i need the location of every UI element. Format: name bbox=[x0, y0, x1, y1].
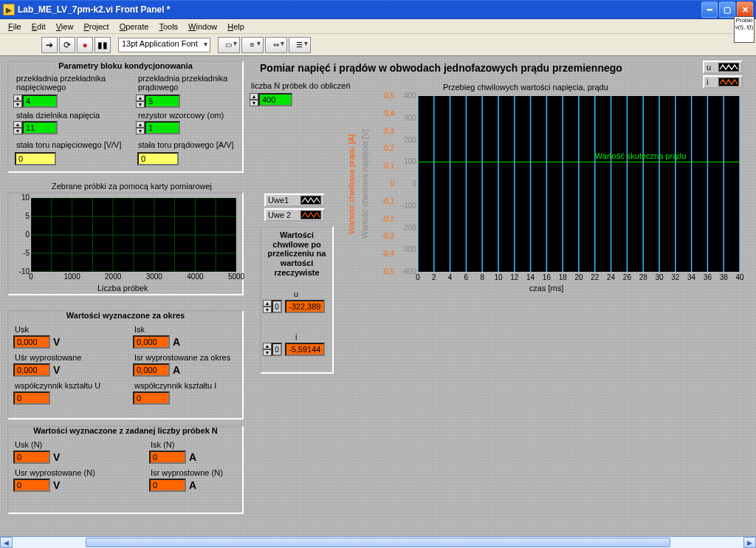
label-ku: współczynnik kształtu U bbox=[15, 381, 100, 390]
menu-file[interactable]: File bbox=[3, 21, 27, 32]
spin-down[interactable]: ▼ bbox=[13, 101, 22, 108]
control-przekladnia-pradowa[interactable]: ▲▼ 5 bbox=[136, 95, 180, 108]
spin-down[interactable]: ▼ bbox=[13, 128, 22, 134]
scroll-left-button[interactable]: ◀ bbox=[0, 537, 13, 548]
samples-xlabel: Liczba próbek bbox=[97, 284, 148, 292]
spin-up[interactable]: ▲ bbox=[250, 93, 258, 100]
spin-up[interactable]: ▲ bbox=[13, 95, 22, 101]
inst-i-index[interactable]: 0 bbox=[272, 343, 282, 356]
window-title: Lab_ME_LV_7pm-k2.vi Front Panel * bbox=[18, 4, 701, 15]
connector-pane-icon[interactable]: Próbki v(i), i(i) bbox=[734, 16, 755, 43]
scroll-track[interactable] bbox=[13, 537, 743, 548]
spin-up[interactable]: ▲ bbox=[136, 95, 145, 101]
control-stala-dzielnika[interactable]: ▲▼ 11 bbox=[13, 121, 58, 134]
value-stala-dzielnika[interactable]: 11 bbox=[22, 121, 58, 134]
period-frame: Wartości wyznaczone za okres Usk Isk 0,0… bbox=[7, 310, 244, 419]
params-title: Parametry bloku kondycjonowania bbox=[9, 61, 242, 70]
inst-frame: Wartości chwilowe po przeliczeniu na war… bbox=[260, 226, 334, 374]
font-selector[interactable]: 13pt Application Font bbox=[118, 38, 210, 52]
label-stala-tor-u: stała toru napięciowego [V/V] bbox=[16, 140, 121, 149]
menu-help[interactable]: Help bbox=[222, 21, 250, 32]
value-przekladnia-napieciowa[interactable]: 4 bbox=[22, 95, 58, 108]
value-isr: 0,000 bbox=[133, 363, 170, 377]
menu-project[interactable]: Project bbox=[78, 21, 114, 32]
control-przekladnia-napieciowa[interactable]: ▲▼ 4 bbox=[13, 95, 58, 108]
spin-down[interactable]: ▼ bbox=[250, 100, 258, 106]
scroll-thumb[interactable] bbox=[86, 538, 670, 547]
spin-down[interactable]: ▼ bbox=[136, 101, 145, 108]
inst-i-label: i bbox=[295, 332, 297, 341]
params-frame: Parametry bloku kondycjonowania przekład… bbox=[7, 61, 244, 173]
run-continuous-button[interactable]: ⟳ bbox=[59, 37, 75, 53]
spin-up[interactable]: ▲ bbox=[263, 300, 272, 306]
value-rezystor[interactable]: 1 bbox=[145, 121, 180, 134]
big-ylabel-left: Wartość chwilowa prądu [A] bbox=[347, 96, 359, 272]
menu-tools[interactable]: Tools bbox=[154, 21, 183, 32]
spin-up[interactable]: ▲ bbox=[13, 121, 22, 128]
legend-label-u: u bbox=[707, 63, 715, 72]
reorder-button[interactable]: ☰ bbox=[289, 37, 311, 53]
menu-view[interactable]: View bbox=[51, 21, 79, 32]
run-button[interactable]: ➔ bbox=[41, 37, 58, 53]
inst-u-control[interactable]: ▲▼ 0 -322,389 bbox=[263, 300, 325, 313]
label-usk-n: Usk (N) bbox=[15, 440, 42, 449]
menu-bar: File Edit View Project Operate Tools Win… bbox=[0, 19, 756, 34]
legend-swatch-uwe2 bbox=[300, 210, 321, 219]
samples-chart[interactable] bbox=[31, 198, 236, 272]
value-usr-n: 0 bbox=[13, 479, 50, 492]
legend-swatch-uwe1 bbox=[300, 196, 321, 205]
window-close-button[interactable]: ✕ bbox=[737, 1, 753, 18]
label-przekladnia-napieciowa: przekładnia przekładnika napięciowego bbox=[16, 74, 120, 92]
spin-down[interactable]: ▼ bbox=[263, 349, 272, 356]
align-objects-button[interactable]: ▭ bbox=[218, 37, 240, 53]
toolbar: ➔ ⟳ ● ▮▮ 13pt Application Font ▭ ≡ ⇔ ☰ bbox=[0, 34, 756, 56]
spin-up[interactable]: ▲ bbox=[263, 343, 272, 349]
label-isk: Isk bbox=[134, 325, 145, 334]
legend-item-i[interactable]: i bbox=[703, 75, 743, 89]
inst-i-control[interactable]: ▲▼ 0 -5,59144 bbox=[263, 343, 325, 356]
pause-button[interactable]: ▮▮ bbox=[94, 37, 111, 53]
label-isr-n: Isr wyprostowne (N) bbox=[151, 468, 223, 477]
label-n-samples: liczba N próbek do obliczeń bbox=[251, 81, 351, 90]
value-stala-tor-i: 0 bbox=[137, 152, 179, 165]
legend-swatch-i bbox=[718, 78, 739, 86]
distribute-objects-button[interactable]: ≡ bbox=[241, 37, 264, 53]
value-usk-n: 0 bbox=[13, 451, 50, 464]
inst-i-value: -5,59144 bbox=[285, 343, 325, 356]
legend-item-uwe1[interactable]: Uwe1 bbox=[264, 193, 325, 207]
control-rezystor[interactable]: ▲▼ 1 bbox=[136, 121, 180, 134]
legend-item-uwe2[interactable]: Uwe 2 bbox=[264, 208, 325, 222]
menu-window[interactable]: Window bbox=[183, 21, 222, 32]
big-chart-frame: Wartość skuteczna prądu Wartość chwilowa… bbox=[347, 93, 746, 292]
label-rezystor: rezystor wzorcowy (om) bbox=[138, 111, 224, 120]
value-n-samples[interactable]: 400 bbox=[258, 93, 292, 106]
menu-edit[interactable]: Edit bbox=[27, 21, 51, 32]
menu-operate[interactable]: Operate bbox=[114, 21, 154, 32]
control-n-samples[interactable]: ▲▼ 400 bbox=[250, 93, 292, 106]
inst-u-index[interactable]: 0 bbox=[272, 300, 282, 313]
label-przekladnia-pradowa: przekładnia przekładnika prądowego bbox=[138, 74, 241, 92]
value-przekladnia-pradowa[interactable]: 5 bbox=[145, 95, 180, 108]
unit-usr: V bbox=[53, 364, 60, 376]
front-panel: Pomiar napięć i prądów w obwodach jednof… bbox=[0, 56, 756, 548]
horizontal-scrollbar[interactable]: ◀ ▶ bbox=[0, 536, 756, 548]
legend-item-u[interactable]: u bbox=[703, 61, 743, 74]
abort-button[interactable]: ● bbox=[77, 37, 93, 53]
inst-u-value: -322,389 bbox=[285, 300, 325, 313]
big-xlabel: czas [ms] bbox=[529, 284, 563, 292]
legend-label-i: i bbox=[707, 78, 715, 86]
spin-down[interactable]: ▼ bbox=[136, 128, 145, 134]
scroll-right-button[interactable]: ▶ bbox=[743, 537, 756, 548]
window-maximize-button[interactable]: ▢ bbox=[719, 1, 735, 18]
value-usk: 0,000 bbox=[13, 335, 50, 349]
window-titlebar: ▶ Lab_ME_LV_7pm-k2.vi Front Panel * ━ ▢ … bbox=[0, 0, 756, 19]
spin-down[interactable]: ▼ bbox=[263, 306, 272, 313]
value-isk-n: 0 bbox=[149, 451, 186, 464]
resize-objects-button[interactable]: ⇔ bbox=[265, 37, 287, 53]
window-minimize-button[interactable]: ━ bbox=[701, 1, 718, 18]
unit-usr-n: V bbox=[53, 479, 60, 491]
big-chart[interactable]: Wartość skuteczna prądu bbox=[418, 96, 740, 272]
unit-isr-n: A bbox=[189, 479, 196, 491]
spin-up[interactable]: ▲ bbox=[136, 121, 145, 128]
n-title: Wartości wyznaczone z zadanej liczby pró… bbox=[9, 426, 242, 435]
